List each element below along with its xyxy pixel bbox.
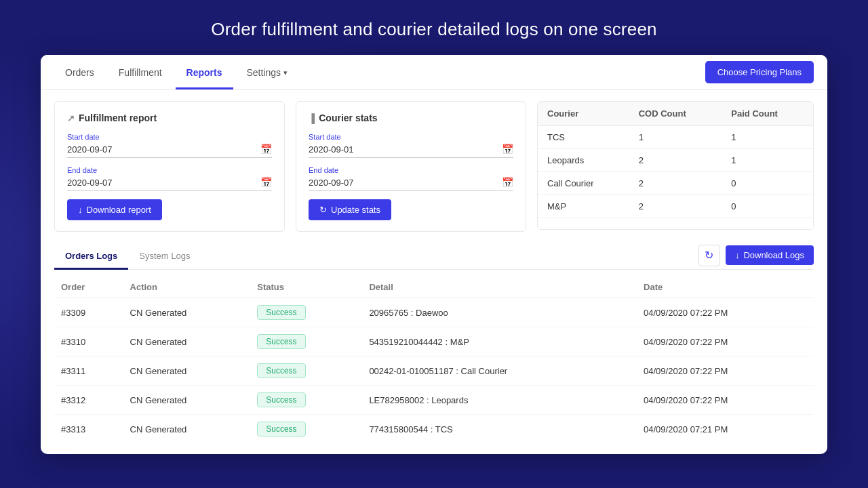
courier-name: M&P: [538, 195, 629, 218]
log-order: #3313: [54, 415, 123, 444]
courier-start-date-label: Start date: [309, 133, 513, 141]
courier-paid-count: 0: [722, 195, 813, 218]
logs-tabs-row: Orders Logs System Logs ↻ ↓ Download Log…: [54, 243, 814, 270]
courier-paid-count: 1: [722, 149, 813, 172]
courier-cod-count: —: [629, 218, 722, 230]
fulfillment-end-date-label: End date: [67, 166, 272, 174]
col-date: Date: [637, 277, 814, 298]
reports-section: ↗ Fulfillment report Start date 📅 End da…: [41, 90, 827, 243]
log-table-row: #3313 CN Generated Success 774315800544 …: [54, 415, 814, 444]
fulfillment-end-date-group: End date 📅: [67, 166, 272, 191]
log-detail: 20965765 : Daewoo: [362, 298, 637, 327]
courier-start-date-group: Start date 📅: [309, 133, 513, 158]
log-table-row: #3312 CN Generated Success LE782958002 :…: [54, 386, 814, 415]
courier-table-row: TCS 1 1: [538, 126, 813, 149]
log-date: 04/09/2020 07:22 PM: [637, 386, 814, 415]
courier-name: TCS: [538, 126, 629, 149]
courier-table-row: M&P 2 0: [538, 195, 813, 218]
log-order: #3310: [54, 327, 123, 357]
log-status: Success: [250, 327, 362, 357]
status-badge: Success: [257, 334, 305, 349]
courier-end-date-input[interactable]: [309, 178, 502, 188]
app-card: Orders Fulfillment Reports Settings ▾ Ch…: [41, 55, 827, 454]
col-cod-count: COD Count: [629, 102, 722, 126]
page-headline: Order fulfillment and courier detailed l…: [211, 0, 656, 55]
refresh-logs-button[interactable]: ↻: [698, 245, 720, 266]
calendar-icon-1[interactable]: 📅: [260, 144, 272, 155]
calendar-icon-3[interactable]: 📅: [502, 144, 513, 155]
logs-section: Orders Logs System Logs ↻ ↓ Download Log…: [41, 243, 827, 454]
log-date: 04/09/2020 07:22 PM: [637, 357, 814, 386]
tab-orders[interactable]: Orders: [54, 55, 105, 89]
log-status: Success: [250, 386, 362, 415]
col-detail: Detail: [362, 277, 637, 298]
download-logs-button[interactable]: ↓ Download Logs: [726, 245, 814, 265]
courier-cod-count: 2: [629, 149, 722, 172]
log-detail: 543519210044442 : M&P: [362, 327, 637, 357]
log-status: Success: [250, 298, 362, 327]
courier-paid-count: —: [722, 218, 813, 230]
courier-name: Call Courier: [538, 172, 629, 195]
download-report-button[interactable]: ↓ Download report: [67, 199, 162, 220]
courier-stats-table: Courier COD Count Paid Count TCS 1 1 Leo…: [538, 102, 813, 230]
fulfillment-report-title: ↗ Fulfillment report: [67, 113, 272, 123]
courier-table-row: Leopards 2 1: [538, 149, 813, 172]
tab-orders-logs[interactable]: Orders Logs: [54, 243, 128, 270]
chevron-down-icon: ▾: [283, 68, 288, 77]
refresh-logs-icon: ↻: [705, 249, 713, 262]
calendar-icon-4[interactable]: 📅: [502, 177, 513, 188]
log-detail: 774315800544 : TCS: [362, 415, 637, 444]
status-badge: Success: [257, 392, 305, 407]
log-order: #3312: [54, 386, 123, 415]
chart-icon: ▐: [309, 113, 315, 123]
courier-start-date-input[interactable]: [309, 144, 502, 155]
tab-system-logs[interactable]: System Logs: [128, 243, 201, 270]
status-badge: Success: [257, 363, 305, 378]
courier-end-date-label: End date: [309, 166, 513, 174]
courier-cod-count: 2: [629, 172, 722, 195]
logs-actions: ↻ ↓ Download Logs: [698, 245, 814, 268]
col-status: Status: [250, 277, 362, 298]
log-date: 04/09/2020 07:21 PM: [637, 415, 814, 444]
log-table-row: #3311 CN Generated Success 00242-01-0100…: [54, 357, 814, 386]
download-logs-icon: ↓: [735, 250, 740, 260]
update-stats-button[interactable]: ↻ Update stats: [309, 199, 391, 220]
col-courier: Courier: [538, 102, 629, 126]
tab-fulfillment[interactable]: Fulfillment: [108, 55, 173, 89]
trend-icon: ↗: [67, 113, 75, 123]
courier-table-row: — — —: [538, 218, 813, 230]
log-order: #3311: [54, 357, 123, 386]
tab-reports[interactable]: Reports: [176, 55, 233, 89]
calendar-icon-2[interactable]: 📅: [260, 177, 272, 188]
courier-stats-card: ▐ Courier stats Start date 📅 End date 📅 …: [296, 101, 526, 232]
refresh-icon: ↻: [319, 205, 327, 215]
log-date: 04/09/2020 07:22 PM: [637, 327, 814, 357]
nav-bar: Orders Fulfillment Reports Settings ▾ Ch…: [41, 55, 827, 90]
fulfillment-start-date-label: Start date: [67, 133, 272, 141]
courier-cod-count: 2: [629, 195, 722, 218]
download-icon: ↓: [78, 205, 83, 215]
fulfillment-end-date-input[interactable]: [67, 178, 260, 188]
log-status: Success: [250, 357, 362, 386]
col-paid-count: Paid Count: [722, 102, 813, 126]
fulfillment-start-date-input[interactable]: [67, 144, 260, 155]
log-action: CN Generated: [123, 357, 251, 386]
col-action: Action: [123, 277, 251, 298]
courier-table-wrap: Courier COD Count Paid Count TCS 1 1 Leo…: [537, 101, 814, 230]
log-date: 04/09/2020 07:22 PM: [637, 298, 814, 327]
status-badge: Success: [257, 422, 305, 436]
courier-table-section: Courier COD Count Paid Count TCS 1 1 Leo…: [537, 101, 814, 232]
col-order: Order: [54, 277, 123, 298]
log-table-row: #3309 CN Generated Success 20965765 : Da…: [54, 298, 814, 327]
courier-paid-count: 1: [722, 126, 813, 149]
log-order: #3309: [54, 298, 123, 327]
log-table-row: #3310 CN Generated Success 5435192100444…: [54, 327, 814, 357]
log-action: CN Generated: [123, 386, 251, 415]
courier-name: —: [538, 218, 629, 230]
tab-settings[interactable]: Settings ▾: [236, 55, 299, 89]
courier-end-date-group: End date 📅: [309, 166, 513, 191]
courier-cod-count: 1: [629, 126, 722, 149]
choose-pricing-button[interactable]: Choose Pricing Plans: [705, 61, 814, 83]
logs-table: Order Action Status Detail Date #3309 CN…: [54, 277, 814, 443]
log-detail: 00242-01-010051187 : Call Courier: [362, 357, 637, 386]
